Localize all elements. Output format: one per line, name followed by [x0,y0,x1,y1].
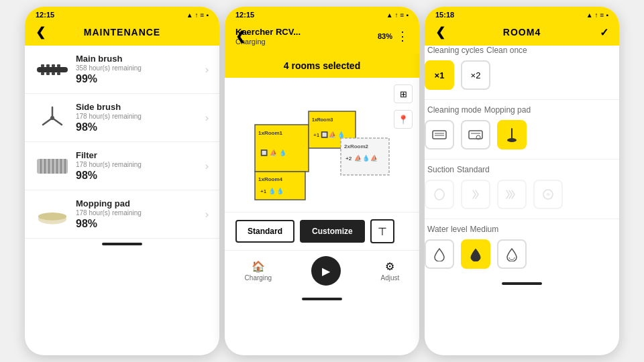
room-header: ❮ ROOM4 ✓ [425,21,619,46]
svg-rect-1 [41,64,44,67]
filter-info: Filter 178 hour(s) remaining 98% [76,150,205,182]
divider-1 [425,99,619,100]
vacuum-mop-button[interactable] [461,120,490,149]
mopping-pad-info: Mopping pad 178 hour(s) remaining 98% [76,198,205,230]
mode-buttons: Standard Customize ⊤ [225,212,419,250]
svg-rect-6 [46,72,50,75]
cleaning-mode-options [425,120,619,149]
divider-2 [425,159,619,160]
svg-text:2xRoom2: 2xRoom2 [344,143,369,149]
map-side-icons: ⊞ 📍 [394,84,413,129]
check-button[interactable]: ✓ [600,26,608,39]
list-item-mopping-pad[interactable]: Mopping pad 178 hour(s) remaining 98% › [25,190,219,239]
status-bar-2: 12:15 ▲↑≡▪ [225,7,419,21]
cleaning-mode-label: Cleaning modeMopping pad [425,105,619,115]
maintenance-header: ❮ MAINTENANCE [25,21,219,46]
mopping-pad-name: Mopping pad [76,198,205,208]
map-header: ❮ Kaercher RCV... Charging 83% ⋮ [225,21,419,54]
filter-settings-button[interactable]: ⊤ [370,219,394,243]
suction-silent-button [425,180,454,209]
svg-rect-0 [37,67,68,72]
water-high-button[interactable] [497,239,527,269]
back-button-1[interactable]: ❮ [36,25,46,40]
cleaning-cycles-options: ×1 ×2 [425,60,619,90]
svg-text:🔲: 🔲 [321,131,329,139]
svg-rect-3 [52,64,55,67]
status-bar-3: 15:18 ▲↑≡▪ [425,7,619,21]
status-icons-3: ▲↑≡▪ [586,11,608,19]
mopping-pad-icon [36,201,69,228]
mopping-pad-sub: 178 hour(s) remaining [76,209,205,217]
back-button-3[interactable]: ❮ [435,25,445,40]
svg-text:1xRoom4: 1xRoom4 [258,176,283,182]
cleaning-cycles-label: Cleaning cyclesClean once [425,46,619,55]
map-area: ⊞ 📍 1xRoom1 🔲 ⛵ 💧 1xRoom3 +1 🔲 ⛵ 💧 [225,78,419,212]
room-settings-content: Cleaning cyclesClean once ×1 ×2 Cleaning… [425,46,619,278]
list-item-filter[interactable]: Filter 178 hour(s) remaining 98% › [25,142,219,190]
suction-standard-button [461,180,490,209]
time-3: 15:18 [435,11,454,19]
customize-button[interactable]: Customize [300,220,365,243]
vacuum-only-button[interactable] [425,120,454,149]
svg-text:💧: 💧 [276,187,284,195]
maintenance-content: Main brush 358 hour(s) remaining 99% › S… [25,46,219,239]
rooms-banner: 4 rooms selected [225,54,419,78]
menu-icon[interactable]: ⋮ [396,29,409,44]
svg-text:⛵: ⛵ [354,154,362,162]
mop-only-button[interactable] [497,120,527,149]
side-brush-name: Side brush [76,102,205,112]
home-indicator-3 [502,282,542,285]
filter-percent: 98% [76,170,205,182]
phone-room-settings: 15:18 ▲↑≡▪ ❮ ROOM4 ✓ Cleaning cyclesClea… [425,7,619,355]
home-icon: 🏠 [252,260,265,273]
adjust-icon: ⚙ [385,260,394,273]
water-level-options [425,239,619,269]
side-brush-info: Side brush 178 hour(s) remaining 98% [76,102,205,133]
divider-3 [425,219,619,219]
nav-charging-label: Charging [245,274,272,282]
svg-text:⛵: ⛵ [370,154,378,162]
water-level-section: Water levelMedium [425,225,619,269]
list-item-side-brush[interactable]: Side brush 178 hour(s) remaining 98% › [25,94,219,142]
main-brush-info: Main brush 358 hour(s) remaining 99% [76,54,205,85]
map-icon-location[interactable]: 📍 [394,110,413,129]
suction-options [425,180,619,209]
play-button[interactable]: ▶ [311,256,341,286]
side-brush-icon [36,105,69,131]
arrow-icon-4: › [205,208,209,221]
svg-rect-7 [52,72,55,75]
mopping-pad-percent: 98% [76,218,205,230]
svg-text:💧: 💧 [268,187,276,195]
status-bar-1: 12:15 ▲↑≡▪ [25,7,219,21]
side-brush-percent: 98% [76,121,205,133]
arrow-icon-2: › [205,112,209,124]
back-button-2[interactable]: ❮ [235,29,246,44]
phone-maintenance: 12:15 ▲↑≡▪ ❮ MAINTENANCE [25,7,219,355]
nav-charging[interactable]: 🏠 Charging [245,260,272,282]
cycle-1-button[interactable]: ×1 [425,60,454,90]
svg-rect-4 [57,64,60,67]
suction-section: SuctionStandard [425,165,619,209]
water-medium-button[interactable] [461,239,490,269]
svg-text:+2: +2 [345,156,352,162]
filter-icon [36,153,69,180]
svg-point-12 [50,116,54,120]
suction-boost-button [497,180,527,209]
svg-text:1xRoom1: 1xRoom1 [258,130,283,136]
map-content: ⊞ 📍 1xRoom1 🔲 ⛵ 💧 1xRoom3 +1 🔲 ⛵ 💧 [225,78,419,212]
svg-text:⛵: ⛵ [329,131,337,139]
svg-text:+1: +1 [260,188,267,194]
water-low-button[interactable] [425,239,454,269]
main-brush-name: Main brush [76,54,205,64]
map-icon-grid[interactable]: ⊞ [394,84,413,103]
cycle-2-button[interactable]: ×2 [461,60,490,90]
standard-button[interactable]: Standard [235,220,294,243]
filter-name: Filter [76,150,205,160]
nav-adjust[interactable]: ⚙ Adjust [381,260,400,282]
filter-sub: 178 hour(s) remaining [76,161,205,168]
svg-text:+1: +1 [313,132,320,138]
list-item-main-brush[interactable]: Main brush 358 hour(s) remaining 99% › [25,46,219,94]
svg-text:🔲: 🔲 [260,149,268,157]
svg-text:💧: 💧 [337,131,345,139]
room-title: ROOM4 [503,27,541,38]
